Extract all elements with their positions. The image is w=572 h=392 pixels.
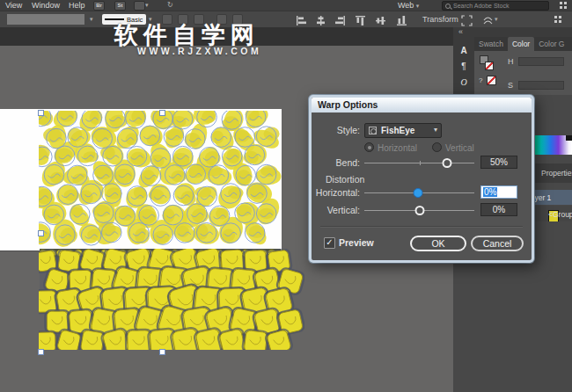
workspace-label: Web [398,1,414,10]
align-left-icon[interactable] [296,14,307,25]
document-tab-band [0,26,453,46]
color-panel-body: ? H S [474,51,572,95]
shape-mode-icon[interactable] [232,14,243,25]
style-value: FishEye [381,126,414,135]
panel-tab-strip: SwatchColorColor GAlign [474,37,572,51]
fill-proxy-icon[interactable] [485,62,494,70]
bend-row: Bend: 50% [312,156,532,171]
dialog-separator [320,226,523,228]
bottom-pattern[interactable] [33,245,305,358]
stock-search-input[interactable]: Search Adobe Stock [442,1,549,11]
cancel-button[interactable]: Cancel [471,236,524,251]
chevron-down-icon: ▾ [416,3,420,9]
none-swatch-icon[interactable] [487,76,496,85]
dialog-body: Style: FishEye ▾ Horizontal Vertical Ben… [312,113,532,260]
align-bottom-icon[interactable] [396,14,407,25]
chevron-down-icon[interactable]: ▾ [149,16,152,23]
arrange-documents-icon[interactable] [134,1,145,11]
bend-value-field[interactable]: 50% [480,156,517,169]
horizontal-distortion-row: Horizontal: 0% [312,185,532,200]
vertical-slider[interactable] [364,210,474,211]
selection-handle[interactable] [38,349,44,355]
bridge-icon[interactable]: Br [93,1,105,11]
control-field[interactable] [7,14,84,25]
selection-handle[interactable] [38,110,44,116]
question-icon[interactable]: ? [479,76,482,84]
search-placeholder: Search Adobe Stock [453,2,509,10]
layer-row-selected[interactable]: Layer 1 [533,190,572,205]
selection-handle[interactable] [159,349,165,355]
vertical-radio-label: Vertical [445,143,474,153]
tab-color[interactable]: Color [508,37,534,51]
expand-icon[interactable] [461,14,473,25]
brush-name: Basic [127,16,143,24]
align-center-horizontal-icon[interactable] [315,14,326,25]
search-icon [445,4,451,9]
panel-grid-icon[interactable] [554,16,561,23]
distortion-label: Distortion [326,174,364,185]
menu-view[interactable]: View [5,0,22,11]
horizontal-slider[interactable] [364,192,474,193]
chevron-down-icon: ▾ [434,126,437,134]
horizontal-slider-handle[interactable] [414,188,423,198]
tab-properties[interactable]: Properties [533,163,572,183]
layer-row-group[interactable]: <Group> [533,206,572,221]
control-bar: ▾ Basic ▾ Transform ▾ [0,11,572,27]
menu-window[interactable]: Window [32,0,60,11]
chevron-down-icon[interactable]: ▾ [90,16,93,23]
bend-label: Bend: [312,157,360,168]
bend-slider-handle[interactable] [442,158,451,168]
saturation-field[interactable] [518,81,564,90]
style-icon[interactable] [162,14,172,25]
transform-label[interactable]: Transform [422,11,458,27]
selection-handle[interactable] [38,230,44,236]
tab-align[interactable]: Align [568,37,572,51]
graphic-style-icon[interactable] [194,14,204,25]
vertical-slider-handle[interactable] [414,206,424,215]
recolor-icon[interactable] [216,14,227,25]
hue-field[interactable] [518,57,564,66]
opentype-panel-icon[interactable]: O [453,77,474,87]
stock-icon[interactable]: St [114,1,126,11]
saturation-label: S [508,81,513,90]
menu-help[interactable]: Help [69,0,85,11]
chevron-down-icon[interactable]: ▾ [145,0,149,11]
style-dropdown[interactable]: FishEye ▾ [364,123,442,138]
sync-status-icon[interactable]: ↻ [167,0,173,11]
horizontal-value-field[interactable]: 0% [480,185,517,199]
tab-swatches[interactable]: Swatch [474,37,508,51]
brush-definition-dropdown[interactable]: Basic [102,14,146,25]
chevron-down-icon[interactable]: ▾ [495,16,498,23]
align-top-icon[interactable] [355,14,366,25]
vertical-radio [432,142,442,152]
paragraph-panel-icon[interactable]: ¶ [453,62,474,71]
selection-handle[interactable] [159,110,165,116]
app-grid-icon[interactable] [560,2,567,9]
bend-slider[interactable] [364,163,474,163]
ok-button[interactable]: OK [410,236,466,251]
illustrator-app: View Window Help Br St ▾ ↻ Web ▾ Search … [0,0,572,392]
spectrum-black-corner [566,135,572,141]
horizontal-radio [364,142,374,152]
style-row: Style: FishEye ▾ [312,123,532,138]
horizontal-label: Horizontal: [312,187,360,198]
opacity-icon[interactable] [178,14,188,25]
dialog-title[interactable]: Warp Options [312,98,532,113]
collapse-panels-icon[interactable]: « [458,26,463,37]
dialog-footer: ✓ Preview OK Cancel [312,236,532,253]
preview-checkbox[interactable]: ✓ [324,237,335,249]
vertical-value-field[interactable]: 0% [480,203,517,216]
preview-label: Preview [339,237,374,248]
vertical-label: Vertical: [312,205,360,215]
selected-text: 0% [483,187,497,197]
fisheye-style-icon [369,127,377,134]
align-middle-vertical-icon[interactable] [375,14,386,25]
watermark-url: WWW.RJZXW.COM [137,46,261,56]
hue-label: H [508,57,514,66]
horizontal-radio-label: Horizontal [378,143,417,153]
align-right-icon[interactable] [334,14,346,25]
character-panel-icon[interactable]: A [453,46,474,55]
style-label: Style: [312,125,360,135]
warp-options-icon[interactable] [482,14,494,25]
tab-color-guide[interactable]: Color G [534,37,568,51]
